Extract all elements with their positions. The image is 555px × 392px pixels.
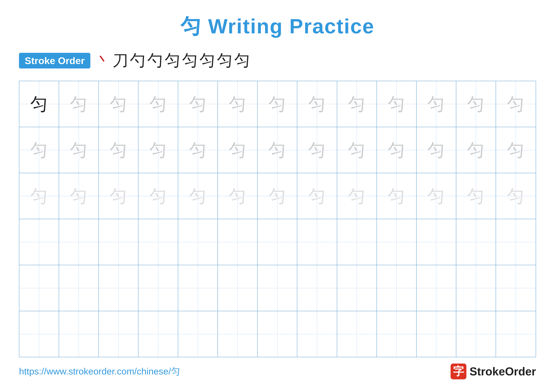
grid-cell-3-1[interactable]: 匀 xyxy=(19,173,59,219)
grid-cell-3-8[interactable]: 匀 xyxy=(297,173,337,219)
grid-cell-5-5[interactable] xyxy=(178,265,218,311)
grid-cell-1-1[interactable]: 匀 xyxy=(19,81,59,127)
grid-cell-5-10[interactable] xyxy=(377,265,416,311)
grid-cell-1-11[interactable]: 匀 xyxy=(416,81,456,127)
char-display: 匀 xyxy=(30,187,48,205)
grid-cell-6-7[interactable] xyxy=(258,311,297,357)
grid-cell-1-12[interactable]: 匀 xyxy=(456,81,496,127)
grid-cell-1-2[interactable]: 匀 xyxy=(59,81,99,127)
grid-cell-3-12[interactable]: 匀 xyxy=(456,173,496,219)
grid-cell-2-7[interactable]: 匀 xyxy=(258,127,297,173)
stroke-2: 刀 xyxy=(112,50,128,71)
grid-row-5 xyxy=(19,265,536,311)
grid-cell-4-12[interactable] xyxy=(456,219,496,265)
grid-cell-4-10[interactable] xyxy=(377,219,416,265)
char-display: 匀 xyxy=(467,95,485,113)
grid-cell-3-4[interactable]: 匀 xyxy=(139,173,178,219)
grid-cell-1-6[interactable]: 匀 xyxy=(218,81,258,127)
grid-cell-6-5[interactable] xyxy=(178,311,218,357)
grid-cell-2-2[interactable]: 匀 xyxy=(59,127,99,173)
grid-cell-2-10[interactable]: 匀 xyxy=(377,127,416,173)
grid-cell-1-13[interactable]: 匀 xyxy=(496,81,536,127)
grid-cell-1-4[interactable]: 匀 xyxy=(139,81,178,127)
grid-cell-3-2[interactable]: 匀 xyxy=(59,173,99,219)
grid-cell-6-3[interactable] xyxy=(99,311,139,357)
grid-cell-5-3[interactable] xyxy=(99,265,139,311)
grid-cell-4-6[interactable] xyxy=(218,219,258,265)
char-display: 匀 xyxy=(427,141,445,159)
grid-cell-5-7[interactable] xyxy=(258,265,297,311)
grid-cell-4-13[interactable] xyxy=(496,219,536,265)
grid-cell-6-9[interactable] xyxy=(337,311,377,357)
grid-cell-1-7[interactable]: 匀 xyxy=(258,81,297,127)
grid-cell-2-6[interactable]: 匀 xyxy=(218,127,258,173)
grid-cell-4-2[interactable] xyxy=(59,219,99,265)
grid-cell-5-8[interactable] xyxy=(297,265,337,311)
char-display: 匀 xyxy=(467,141,485,159)
grid-cell-2-8[interactable]: 匀 xyxy=(297,127,337,173)
grid-cell-3-10[interactable]: 匀 xyxy=(377,173,416,219)
char-display: 匀 xyxy=(388,141,405,159)
page: 匀 Writing Practice Stroke Order 丶 刀 勺 勺 … xyxy=(0,0,555,392)
grid-cell-4-4[interactable] xyxy=(139,219,178,265)
grid-cell-6-12[interactable] xyxy=(456,311,496,357)
grid-cell-2-3[interactable]: 匀 xyxy=(99,127,139,173)
grid-cell-6-8[interactable] xyxy=(297,311,337,357)
char-display: 匀 xyxy=(467,187,485,205)
grid-cell-5-9[interactable] xyxy=(337,265,377,311)
grid-cell-1-9[interactable]: 匀 xyxy=(337,81,377,127)
grid-cell-3-7[interactable]: 匀 xyxy=(258,173,297,219)
grid-cell-6-1[interactable] xyxy=(19,311,59,357)
grid-cell-3-6[interactable]: 匀 xyxy=(218,173,258,219)
grid-cell-1-10[interactable]: 匀 xyxy=(377,81,416,127)
char-display: 匀 xyxy=(30,95,48,113)
char-display: 匀 xyxy=(110,141,127,159)
grid-cell-1-5[interactable]: 匀 xyxy=(178,81,218,127)
char-display: 匀 xyxy=(150,141,167,159)
grid-cell-2-13[interactable]: 匀 xyxy=(496,127,536,173)
grid-cell-4-11[interactable] xyxy=(416,219,456,265)
char-display: 匀 xyxy=(427,95,445,113)
grid-cell-1-8[interactable]: 匀 xyxy=(297,81,337,127)
grid-cell-6-4[interactable] xyxy=(139,311,178,357)
grid-cell-3-3[interactable]: 匀 xyxy=(99,173,139,219)
grid-cell-2-12[interactable]: 匀 xyxy=(456,127,496,173)
grid-cell-4-5[interactable] xyxy=(178,219,218,265)
grid-cell-6-2[interactable] xyxy=(59,311,99,357)
char-display: 匀 xyxy=(269,141,286,159)
grid-cell-4-1[interactable] xyxy=(19,219,59,265)
grid-cell-5-2[interactable] xyxy=(59,265,99,311)
grid-cell-3-13[interactable]: 匀 xyxy=(496,173,536,219)
char-display: 匀 xyxy=(348,95,365,113)
grid-cell-5-12[interactable] xyxy=(456,265,496,311)
grid-cell-5-6[interactable] xyxy=(218,265,258,311)
grid-cell-6-6[interactable] xyxy=(218,311,258,357)
char-display: 匀 xyxy=(150,187,167,205)
grid-cell-4-3[interactable] xyxy=(99,219,139,265)
grid-cell-6-11[interactable] xyxy=(416,311,456,357)
char-display: 匀 xyxy=(229,141,246,159)
grid-cell-2-9[interactable]: 匀 xyxy=(337,127,377,173)
grid-cell-2-5[interactable]: 匀 xyxy=(178,127,218,173)
grid-cell-6-13[interactable] xyxy=(496,311,536,357)
grid-cell-5-4[interactable] xyxy=(139,265,178,311)
grid-cell-5-13[interactable] xyxy=(496,265,536,311)
grid-cell-4-9[interactable] xyxy=(337,219,377,265)
grid-cell-5-1[interactable] xyxy=(19,265,59,311)
char-display: 匀 xyxy=(70,141,88,159)
grid-cell-3-5[interactable]: 匀 xyxy=(178,173,218,219)
grid-cell-2-4[interactable]: 匀 xyxy=(139,127,178,173)
grid-cell-2-11[interactable]: 匀 xyxy=(416,127,456,173)
footer: https://www.strokeorder.com/chinese/匀 字 … xyxy=(19,363,536,379)
grid-cell-1-3[interactable]: 匀 xyxy=(99,81,139,127)
grid-cell-6-10[interactable] xyxy=(377,311,416,357)
grid-cell-4-8[interactable] xyxy=(297,219,337,265)
grid-cell-5-11[interactable] xyxy=(416,265,456,311)
grid-cell-3-11[interactable]: 匀 xyxy=(416,173,456,219)
stroke-9: 匀 xyxy=(234,50,250,71)
grid-cell-2-1[interactable]: 匀 xyxy=(19,127,59,173)
grid-cell-4-7[interactable] xyxy=(258,219,297,265)
grid-cell-3-9[interactable]: 匀 xyxy=(337,173,377,219)
char-display: 匀 xyxy=(388,187,405,205)
char-display: 匀 xyxy=(110,95,127,113)
